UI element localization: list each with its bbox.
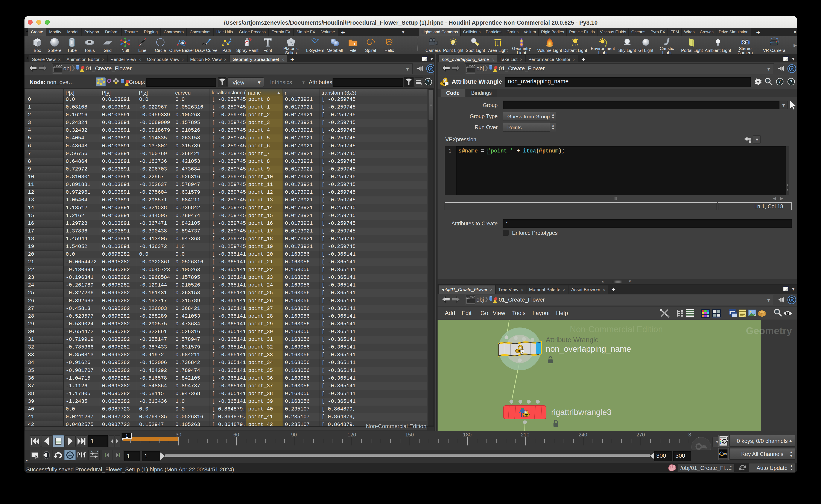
svg-text:?: ? [427,79,430,85]
svg-text:?: ? [790,79,792,85]
svg-text:i: i [779,79,781,85]
